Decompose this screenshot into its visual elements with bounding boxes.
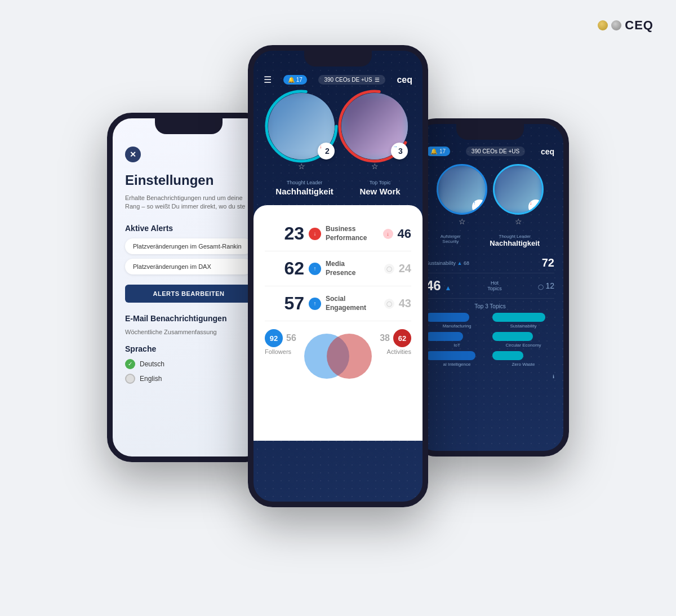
center-cat-2: Top Topic bbox=[359, 180, 400, 185]
avatar-right-2: 2 bbox=[493, 164, 544, 215]
center-name-1: Nachhaltigkeit bbox=[275, 187, 333, 196]
social-arrow: ↑ bbox=[309, 298, 321, 310]
sustainability-topic-label: Sustainability bbox=[492, 323, 554, 329]
notification-badge-center[interactable]: 🔔 17 bbox=[283, 75, 307, 85]
stat-row-media: 62 ↑ MediaPresence ◯ 24 bbox=[265, 251, 411, 286]
media-label: MediaPresence bbox=[326, 260, 381, 277]
social-other-arrow: ◯ bbox=[384, 299, 394, 309]
settings-description: Erhalte Benachrichtigungen rund um deine… bbox=[125, 194, 252, 211]
logo-dot-gold bbox=[598, 20, 608, 30]
follower-nums: 92 56 bbox=[265, 329, 296, 347]
right-header: 🔔 17 390 CEOs DE +US ceq bbox=[426, 147, 554, 156]
center-card: 23 ↓ BusinessPerformance ↓ 46 62 ↑ Media… bbox=[254, 205, 422, 441]
phone-main: ☰ 🔔 17 390 CEOs DE +US ☰ ceq bbox=[248, 45, 428, 507]
alert-chip-2[interactable]: Platzveränderungen im DAX bbox=[125, 259, 252, 274]
hot-topics-other: ◯ 12 bbox=[538, 281, 554, 290]
ceq-logo-right: ceq bbox=[541, 147, 554, 156]
logo-area: CEQ bbox=[598, 18, 653, 33]
topic-manufacturing: Manufacturing bbox=[426, 313, 488, 329]
media-my-num: 62 bbox=[265, 258, 304, 279]
star-icon-right-1: ☆ bbox=[437, 217, 487, 226]
activities-label: Activities bbox=[380, 348, 411, 355]
manufacturing-bar bbox=[426, 313, 469, 322]
business-arrow: ↓ bbox=[309, 228, 321, 240]
right-label-cat-1b: Security bbox=[441, 239, 461, 244]
ceo-filter-right[interactable]: 390 CEOs DE +US bbox=[466, 147, 525, 156]
phone-notch-right bbox=[456, 124, 524, 140]
venn-graphic bbox=[304, 334, 372, 379]
language-deutsch-option[interactable]: Deutsch bbox=[125, 359, 252, 369]
up-arrow-hot: ▲ bbox=[444, 284, 451, 292]
avatar-right-1: 1 bbox=[437, 164, 487, 215]
activity-gray-num: 38 bbox=[380, 333, 390, 343]
business-other-arrow: ↓ bbox=[383, 229, 393, 239]
bell-icon-center: 🔔 bbox=[288, 77, 295, 83]
right-label-cat-2: Thought Leader bbox=[490, 234, 540, 239]
email-frequency: Wöchentliche Zusammenfassung bbox=[125, 329, 252, 335]
sustainability-number: 72 bbox=[542, 256, 554, 269]
followers-label: Followers bbox=[265, 348, 296, 355]
social-my-num: 57 bbox=[265, 293, 304, 314]
follower-activities-row: 92 56 Followers bbox=[265, 321, 411, 379]
ai-bar bbox=[426, 351, 475, 360]
rank-badge-right-2: 2 bbox=[528, 200, 543, 214]
center-header: ☰ 🔔 17 390 CEOs DE +US ☰ ceq bbox=[254, 74, 422, 85]
activity-nums: 38 62 bbox=[380, 329, 411, 347]
venn-circle-red bbox=[327, 334, 372, 379]
hamburger-icon[interactable]: ☰ bbox=[264, 74, 272, 85]
topic-bar-row-2: IoT Circular Economy bbox=[426, 332, 554, 348]
hot-topics-value: 46 bbox=[426, 278, 441, 293]
avatars-row-right: 1 ☆ 2 ☆ bbox=[426, 164, 554, 226]
notification-badge-right[interactable]: 🔔 17 bbox=[426, 147, 450, 156]
rank-badge-center-1: ↓ 2 bbox=[318, 143, 335, 159]
right-label-cat-1: Aufsteiger bbox=[441, 234, 461, 239]
alerts-edit-button[interactable]: ALERTS BEARBEITEN bbox=[125, 285, 252, 303]
ai-label: al Intelligence bbox=[426, 362, 488, 367]
logo-text: CEQ bbox=[625, 18, 653, 33]
sustainability-stat-row: Sustainability ▲ 68 72 bbox=[426, 253, 554, 273]
topic-iot: IoT bbox=[426, 332, 488, 348]
ceo-filter-center[interactable]: 390 CEOs DE +US ☰ bbox=[318, 75, 385, 85]
rank-badge-right-1: 1 bbox=[472, 200, 487, 214]
phone-settings: ✕ Einstellungen Erhalte Benachrichtigung… bbox=[107, 113, 270, 462]
phone-rankings: 🔔 17 390 CEOs DE +US ceq 1 ☆ bbox=[411, 118, 569, 457]
media-other-num: 24 bbox=[399, 262, 411, 275]
center-name-2: New Work bbox=[359, 187, 400, 196]
alert-chip-1[interactable]: Platzveränderungen im Gesamt-Rankin bbox=[125, 238, 252, 254]
manufacturing-label: Manufacturing bbox=[426, 323, 488, 329]
topic-bar-row-1: Manufacturing Sustainability bbox=[426, 313, 554, 329]
ceo-filter-text: 390 CEOs DE +US bbox=[324, 77, 372, 83]
followers-section: 92 56 Followers bbox=[265, 329, 296, 355]
notification-count-center: 17 bbox=[296, 77, 303, 83]
circular-bar bbox=[492, 332, 533, 341]
topic-sustainability: Sustainability bbox=[492, 313, 554, 329]
business-other-num: 46 bbox=[398, 227, 411, 241]
alerts-section-title: Aktive Alerts bbox=[125, 224, 252, 233]
right-label-val-2: Nachhaltigkeit bbox=[490, 239, 540, 247]
activity-badge: 62 bbox=[393, 329, 411, 347]
info-icon: ℹ bbox=[553, 374, 554, 379]
english-label: English bbox=[140, 375, 162, 383]
deutsch-radio[interactable] bbox=[125, 359, 135, 369]
close-button[interactable]: ✕ bbox=[125, 147, 141, 162]
close-icon: ✕ bbox=[130, 150, 136, 159]
hot-topics-label: HotTopics bbox=[487, 280, 502, 291]
phone-notch-left bbox=[155, 118, 223, 134]
avatar-center-1: ↓ 2 bbox=[268, 93, 335, 159]
topics-title: Top 3 Topics bbox=[426, 303, 554, 309]
language-english-option[interactable]: English bbox=[125, 374, 252, 384]
phone-notch-center bbox=[304, 51, 372, 67]
venn-diagram bbox=[304, 334, 372, 379]
iot-label: IoT bbox=[426, 343, 488, 348]
language-section-title: Sprache bbox=[125, 344, 252, 353]
rank-badge-center-2: → 3 bbox=[391, 143, 408, 159]
business-my-num: 23 bbox=[265, 223, 304, 244]
right-person-labels: Aufsteiger Security Thought Leader Nachh… bbox=[426, 234, 554, 247]
notification-count-right: 17 bbox=[439, 148, 446, 154]
follower-small: 56 bbox=[286, 333, 296, 343]
filter-icon: ☰ bbox=[375, 77, 380, 83]
settings-title: Einstellungen bbox=[125, 172, 252, 188]
media-other-arrow: ◯ bbox=[384, 264, 394, 274]
english-radio[interactable] bbox=[125, 374, 135, 384]
topic-bar-row-3: al Intelligence Zero Waste bbox=[426, 351, 554, 367]
